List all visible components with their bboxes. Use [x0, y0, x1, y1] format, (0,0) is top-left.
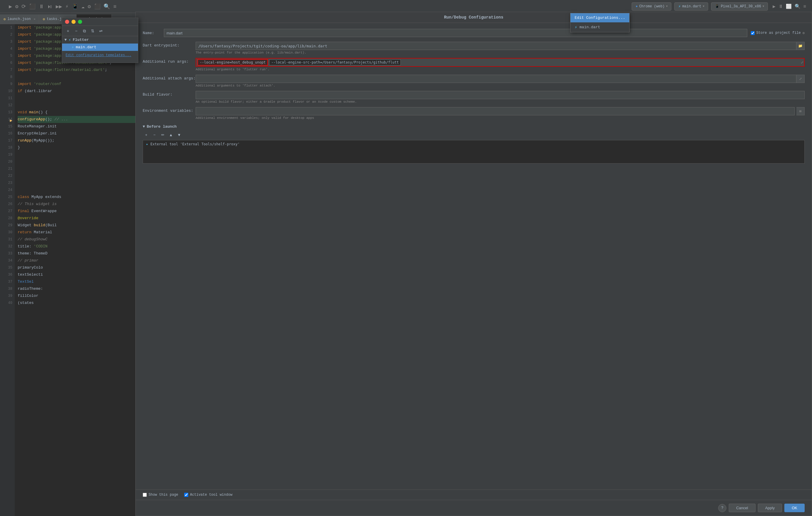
chrome-run-btn[interactable]: ● Chrome (web) ▼: [632, 2, 671, 10]
add-config-btn[interactable]: +: [64, 27, 71, 34]
dart-entrypoint-input-group: 📁: [196, 42, 805, 50]
launch-item-shelf-proxy[interactable]: ✦ External tool 'External Tools/shelf-pr…: [143, 140, 804, 148]
add-launch-btn[interactable]: +: [143, 131, 150, 138]
env-vars-input[interactable]: [196, 107, 795, 115]
toolbar-right-icons: ▶ ⏸ ⬜ 🔍 ≡: [773, 3, 806, 9]
top-toolbar: ▶ ⚙ ⟳ ⬛ ⏸ ⏯ ▶▶ ⚡ 📱 ☁ ⚙ ⬛ 🔍 ≡ ● Chrome (w…: [0, 0, 812, 13]
env-vars-field: ⊞ Additional environment variables; only…: [196, 107, 805, 120]
gear-icon[interactable]: ⚙: [803, 31, 805, 35]
attach-args-hint: Additional arguments to 'flutter attach'…: [196, 84, 805, 87]
dialog-footer-checkboxes: Show this page Activate tool window: [136, 489, 812, 500]
launch-item-label: External tool 'External Tools/shelf-prox…: [150, 142, 239, 146]
device-label: Pixel_3a_API_30_x86: [721, 4, 761, 8]
env-hint: Additional environment variables; only v…: [196, 116, 805, 120]
attach-args-field: ⤢ Additional arguments to 'flutter attac…: [196, 75, 805, 87]
run-debug-dialog: Run/Debug Configurations Name: Store as …: [135, 12, 812, 516]
activate-tool-checkbox-row[interactable]: Activate tool window: [184, 493, 232, 497]
apply-button[interactable]: Apply: [758, 504, 782, 512]
toolbar-icons: ▶ ⚙ ⟳ ⬛ ⏸ ⏯ ▶▶ ⚡ 📱 ☁ ⚙ ⬛ 🔍 ≡: [9, 3, 116, 10]
arrow-down-icon: ▼: [64, 38, 67, 42]
env-expand-btn[interactable]: ⊞: [796, 107, 805, 115]
dart-tree-icon: ⚡: [71, 45, 74, 50]
before-launch-list: ✦ External tool 'External Tools/shelf-pr…: [143, 140, 805, 164]
chrome-label: Chrome (web): [639, 4, 665, 8]
dart-entrypoint-hint: The entry-point for the application (e.g…: [196, 51, 805, 54]
edit-configs-label: Edit Configurations...: [575, 16, 625, 20]
attach-args-expand-btn[interactable]: ⤢: [796, 75, 805, 83]
tab-close-launch[interactable]: ✕: [33, 17, 35, 21]
config-tree-toolbar: + − ⧉ ⇅ ⇌: [62, 26, 138, 36]
run-arg-2[interactable]: --local-engine-src-path=/Users/fantasy/P…: [269, 59, 401, 65]
move-up-launch-btn[interactable]: ▲: [167, 131, 174, 138]
run-config-label: main.dart: [682, 4, 701, 8]
line-number-gutter: 1 2 3 4 5 6 7 8 9 10 11 12 13 14 ▶ 15 16…: [0, 24, 15, 516]
dart-entrypoint-browse-btn[interactable]: 📁: [796, 42, 805, 50]
run-args-row: Additional run args: --local-engine=host…: [143, 58, 805, 71]
expand-run-args-icon[interactable]: ⤢: [801, 61, 804, 64]
tasks-icon: ⚙: [43, 17, 45, 22]
flutter-tree-icon: ⚡: [68, 37, 71, 42]
maximize-traffic-light[interactable]: [78, 20, 82, 24]
help-button[interactable]: ?: [718, 504, 726, 512]
dialog-title: Run/Debug Configurations: [136, 12, 812, 23]
main-dart-config-item[interactable]: ⚡ main.dart: [62, 44, 138, 51]
dart-entrypoint-row: Dart entrypoint: 📁 The entry-point for t…: [143, 42, 805, 54]
ok-button[interactable]: OK: [784, 504, 805, 512]
build-flavor-input[interactable]: [196, 91, 805, 99]
tab-launch-json[interactable]: ⚙ launch.json ✕: [0, 15, 39, 24]
show-page-checkbox[interactable]: [143, 493, 147, 497]
name-input[interactable]: [164, 29, 747, 37]
chevron-down-icon3: ▼: [762, 5, 764, 8]
sort-config-btn[interactable]: ⇌: [97, 27, 105, 34]
run-config-dropdown: Edit Configurations... ⚡ main.dart: [570, 13, 630, 32]
copy-config-btn[interactable]: ⧉: [81, 27, 88, 34]
edit-configurations-item[interactable]: Edit Configurations...: [571, 13, 629, 22]
attach-args-input[interactable]: [196, 75, 796, 83]
name-field-label: Name:: [143, 31, 160, 35]
device-btn[interactable]: 📱 Pixel_3a_API_30_x86 ▼: [711, 2, 768, 10]
activate-tool-checkbox[interactable]: [184, 493, 188, 497]
dialog-body: Name: Store as project file ⚙ Dart entry…: [136, 23, 812, 489]
flutter-group[interactable]: ▼ ⚡ Flutter: [62, 36, 138, 44]
edit-config-templates-link[interactable]: Edit configuration templates...: [62, 51, 138, 60]
minimize-traffic-light[interactable]: [71, 20, 76, 24]
build-flavor-row: Build flavor: An optional build flavor; …: [143, 91, 805, 104]
dart-entrypoint-label: Dart entrypoint:: [143, 42, 196, 48]
close-traffic-light[interactable]: [65, 20, 69, 24]
dart-entrypoint-input[interactable]: [196, 42, 796, 50]
run-arg-1[interactable]: --local-engine=host_debug_unopt: [197, 59, 268, 66]
edit-launch-btn[interactable]: ✏: [159, 131, 166, 138]
name-row: Name: Store as project file ⚙: [143, 29, 805, 37]
build-flavor-field: An optional build flavor; either a Gradl…: [196, 91, 805, 104]
chrome-icon: ●: [636, 4, 638, 8]
before-launch-title: Before launch: [147, 124, 176, 129]
before-launch-header[interactable]: ▼ Before launch: [143, 124, 805, 129]
move-config-btn[interactable]: ⇅: [89, 27, 96, 34]
chevron-down-icon2: ▼: [703, 5, 704, 8]
build-flavor-hint: An optional build flavor; either a Gradl…: [196, 100, 805, 104]
run-args-container[interactable]: --local-engine=host_debug_unopt --local-…: [196, 58, 805, 67]
remove-config-btn[interactable]: −: [72, 27, 80, 34]
dropdown-main-dart[interactable]: ⚡ main.dart: [571, 22, 629, 32]
run-args-field: --local-engine=host_debug_unopt --local-…: [196, 58, 805, 71]
store-project-checkbox[interactable]: [751, 31, 755, 35]
attach-args-label: Additional attach args:: [143, 75, 196, 81]
run-config-btn[interactable]: ⚡ main.dart ▼: [674, 2, 708, 10]
dialog-title-text: Run/Debug Configurations: [444, 15, 503, 20]
move-down-launch-btn[interactable]: ▼: [176, 131, 183, 138]
chevron-down-icon: ▼: [666, 5, 668, 8]
launch-icon: ⚙: [3, 17, 6, 22]
main-dart-item-label: main.dart: [76, 45, 96, 50]
remove-launch-btn[interactable]: −: [151, 131, 158, 138]
activate-tool-label: Activate tool window: [190, 493, 232, 497]
env-input-group: ⊞: [196, 107, 805, 115]
store-project-row: Store as project file ⚙: [751, 31, 805, 35]
show-page-checkbox-row[interactable]: Show this page: [143, 493, 178, 497]
cancel-button[interactable]: Cancel: [729, 504, 755, 512]
show-page-label: Show this page: [149, 493, 178, 497]
before-launch-toolbar: + − ✏ ▲ ▼: [143, 131, 805, 138]
launch-item-icon: ✦: [146, 142, 148, 146]
dart-entrypoint-field: 📁 The entry-point for the application (e…: [196, 42, 805, 54]
attach-args-row: Additional attach args: ⤢ Additional arg…: [143, 75, 805, 87]
device-icon: 📱: [715, 4, 719, 8]
